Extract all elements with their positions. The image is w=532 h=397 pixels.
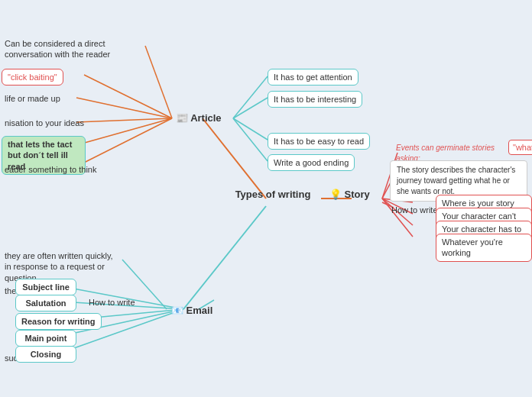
svg-line-4 — [233, 98, 268, 118]
svg-line-9 — [76, 98, 172, 118]
story-node: 💡 Story — [323, 186, 376, 205]
article-left-direct: Can be considered a direct conversation … — [2, 37, 154, 62]
svg-line-2 — [183, 206, 266, 309]
article-left-life: life or made up — [2, 92, 63, 105]
email-sub-closing: Closing — [15, 346, 76, 363]
email-sub-reason: Reason for writing — [15, 313, 102, 330]
article-sub-good-ending: Write a good ending — [268, 154, 355, 171]
story-whatever: Whatever you're working — [436, 234, 532, 262]
svg-line-6 — [233, 118, 268, 161]
article-sub-interesting: It has to be interesting — [268, 91, 362, 108]
center-node: Types of writing — [223, 186, 323, 205]
svg-line-5 — [233, 118, 268, 140]
email-sub-main-point: Main point — [15, 330, 76, 347]
article-sub-easy-read: It has to be easy to read — [268, 133, 370, 150]
email-sub-salutation: Salutation — [15, 295, 76, 311]
svg-line-3 — [233, 76, 268, 118]
svg-line-8 — [84, 75, 172, 118]
email-sub-subject: Subject line — [15, 279, 76, 295]
article-sub-attention: It has to get attention — [268, 69, 358, 86]
email-how-label: How to write — [86, 295, 138, 309]
article-left-organisation: nisation to your ideas — [2, 116, 87, 130]
story-what-node: "what — [508, 140, 532, 155]
article-left-reader-think: eader something to think — [2, 163, 99, 176]
svg-line-12 — [76, 118, 172, 166]
svg-line-10 — [76, 118, 172, 122]
email-node: 📧 Email — [165, 302, 219, 321]
article-left-clickbait: "click baiting" — [2, 69, 63, 86]
svg-line-11 — [76, 118, 172, 145]
article-node: 📰 Article — [170, 109, 228, 128]
mindmap-container: Types of writing 📰 Article 💡 Story 📧 Ema… — [0, 0, 532, 397]
